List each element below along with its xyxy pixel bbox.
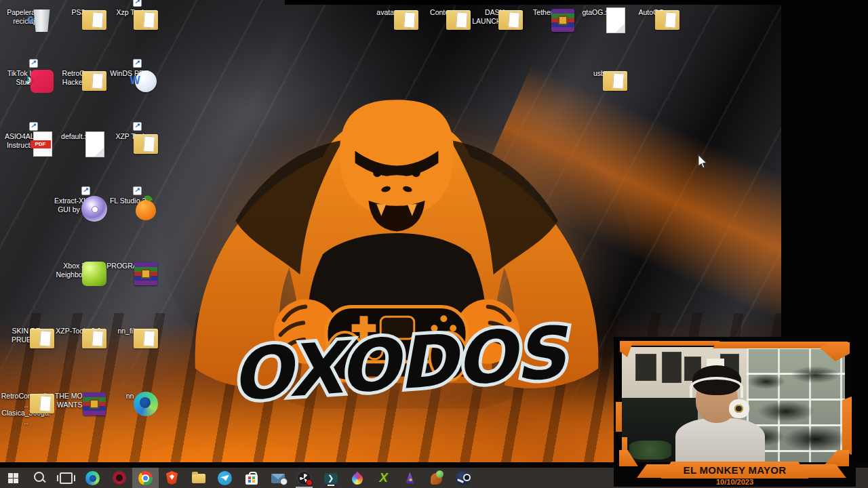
frame-left-segment — [616, 402, 622, 432]
opera-icon — [113, 471, 126, 485]
webcam-overlay: EL MONKEY MAYOR 10/10/2023 — [614, 337, 856, 487]
brave-icon — [166, 471, 178, 485]
mouse-cursor — [697, 154, 708, 169]
webcam-video — [622, 347, 845, 462]
frame-right-segment — [842, 396, 852, 455]
desktop-icon-avatares[interactable]: avatares — [365, 7, 416, 17]
headphone-band-icon — [690, 377, 743, 398]
desktop-icon-autogg[interactable]: AutoGG — [626, 7, 677, 17]
desktop-icon-usb[interactable]: usb — [574, 68, 625, 78]
desktop-icon-skin-de-prueba[interactable]: SKIN DE PRUEBA — [1, 325, 52, 344]
desktop-icon-programas[interactable]: PROGRAMAS — [104, 260, 155, 270]
wizard-icon — [406, 472, 414, 484]
start-button[interactable] — [0, 468, 26, 488]
desktop-icon-extract-xiso[interactable]: Extract-XISO -- GUI by Huge — [53, 195, 104, 214]
frame-top-left-bar — [630, 341, 720, 346]
desktop-icon-content[interactable]: Content — [417, 7, 468, 17]
desktop-icon-nn-files[interactable]: nn_files — [104, 325, 155, 336]
wall-poster — [662, 352, 681, 383]
search-icon — [34, 472, 44, 482]
desktop-icon-retrocom-hackeada[interactable]: RetroCom Hackeada — [53, 68, 104, 86]
desktop-icon-tethered[interactable]: Tethered — [521, 7, 572, 17]
brave-button[interactable] — [159, 468, 185, 488]
desktop-icon-fl-studio[interactable]: FL Studio 20 — [104, 195, 155, 205]
chrome-icon — [138, 471, 153, 485]
desktop-icon-xzp-tool-v2[interactable]: XZP-Tool-v2.0 — [53, 325, 104, 336]
edge-icon — [85, 471, 100, 485]
obs-icon — [297, 471, 311, 485]
green-x-button[interactable]: X — [370, 468, 397, 488]
windows-logo-icon — [8, 473, 18, 483]
desktop-icon-gtaog-xex[interactable]: gtaOG.xex — [574, 7, 625, 17]
desktop-icon-default-xex[interactable]: default.xex — [53, 131, 104, 141]
green-x-icon: X — [379, 470, 388, 485]
hand-ball-icon — [431, 473, 442, 485]
microsoft-store-button[interactable] — [238, 468, 264, 488]
sculpt-app-button[interactable] — [423, 468, 450, 488]
desktop-icon-tiktok-live-studio[interactable]: TikTok LIVE Studio — [1, 68, 52, 86]
desktop-icon-dash-launch[interactable]: DASH LAUNCH 3.21 — [469, 7, 520, 25]
obs-studio-button[interactable] — [291, 468, 317, 488]
mail-envelope-icon — [271, 474, 285, 483]
chrome-button[interactable] — [132, 468, 159, 488]
telegram-icon — [218, 471, 232, 485]
top-letterbox — [285, 0, 868, 5]
file-explorer-icon — [192, 474, 205, 483]
gorilla-artwork: OXODOS — [153, 53, 641, 409]
wall-poster — [635, 354, 657, 380]
desktop-icon-xzp-tool[interactable]: Xzp Tool — [104, 7, 155, 17]
desktop-icon-winds-pro[interactable]: WinDS PRO — [104, 68, 155, 78]
wizard-app-button[interactable] — [397, 468, 423, 488]
desktop-icon-recycle-bin[interactable]: Papelera de reciclaje — [1, 7, 52, 25]
desktop-icon-nn[interactable]: nn — [104, 390, 155, 401]
desktop-icon-ps3[interactable]: PS3 — [53, 7, 104, 17]
steam-button[interactable] — [450, 468, 476, 488]
desktop-screen: OXODOS Papelera de reciclaje PS3 Xzp Too… — [0, 0, 868, 488]
rainbow-drop-icon — [349, 471, 365, 487]
desktop-icon-retrocompatib[interactable]: RetroCompatib... Clasica_360ga... — [1, 390, 52, 426]
file-explorer-button[interactable] — [185, 468, 212, 488]
task-view-button[interactable] — [53, 468, 79, 488]
person-body — [675, 418, 765, 462]
streamer-name-banner: EL MONKEY MAYOR — [661, 462, 809, 479]
desktop-icon-xzp-tool-2[interactable]: XZP Tool — [104, 131, 155, 141]
store-bag-icon — [245, 474, 258, 485]
desktop-icon-xbox360-neighborhood[interactable]: Xbox 360 Neighborhood — [53, 260, 104, 279]
task-view-icon — [60, 472, 73, 484]
edge-button[interactable] — [79, 468, 106, 488]
desktop-icon-the-monkey-wants[interactable]: THE MONKEY WANTS BA... — [53, 390, 104, 409]
telegram-button[interactable] — [212, 468, 238, 488]
search-button[interactable] — [26, 468, 53, 488]
stream-date: 10/10/2023 — [614, 478, 856, 487]
desktop-icon-asio4all-pdf[interactable]: ASIO4ALL v2 Instruction... — [1, 131, 52, 149]
opera-button[interactable] — [106, 468, 132, 488]
paint-drop-button[interactable] — [344, 468, 370, 488]
monitor-play-icon — [324, 473, 338, 484]
screen-capture-button[interactable] — [317, 468, 344, 488]
mail-button[interactable] — [264, 468, 291, 488]
headphone-cup-icon — [729, 399, 749, 419]
steam-icon — [456, 471, 470, 485]
